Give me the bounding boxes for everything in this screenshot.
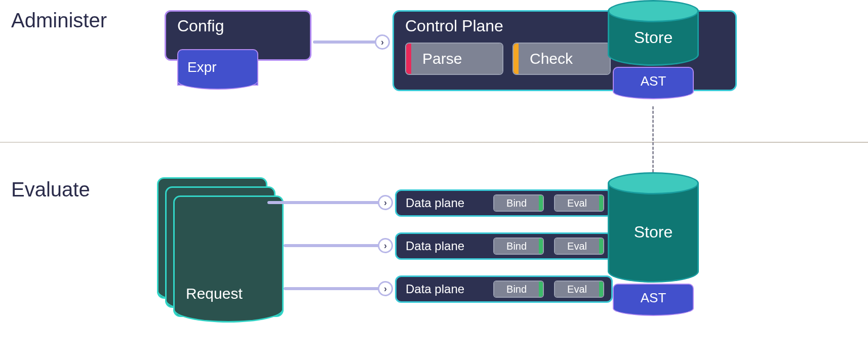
eval-label-2: Eval: [555, 239, 599, 254]
data-plane-title-3: Data plane: [406, 282, 464, 296]
config-box: Config Expr: [165, 10, 311, 61]
config-title: Config: [177, 17, 224, 35]
connector-req-dp-2: [284, 244, 385, 247]
ast-label-top: AST: [641, 73, 666, 89]
bind-label-3: Bind: [494, 282, 539, 297]
data-plane-title-1: Data plane: [406, 196, 464, 210]
eval-pill-1: Eval: [554, 194, 604, 212]
bind-stripe-3: [539, 282, 543, 297]
eval-stripe-2: [599, 239, 603, 254]
bind-pill-2: Bind: [493, 237, 544, 255]
cylinder-body-bottom: Store: [608, 183, 699, 283]
data-plane-row-2: Data plane Bind Eval: [395, 232, 613, 260]
bind-pill-1: Bind: [493, 194, 544, 212]
ast-label-bottom: AST: [641, 290, 666, 306]
cylinder-top-ellipse: [608, 0, 699, 22]
connector-config-to-control: [313, 41, 384, 44]
arrow-circle-icon-2: ›: [378, 238, 393, 253]
arrow-circle-icon-1: ›: [378, 195, 393, 210]
data-plane-title-2: Data plane: [406, 239, 464, 253]
expr-tab: Expr: [177, 49, 258, 86]
request-label: Request: [186, 285, 243, 302]
expr-label: Expr: [187, 59, 217, 75]
data-plane-row-3: Data plane Bind Eval: [395, 275, 613, 303]
arrow-circle-icon: ›: [375, 34, 390, 50]
ast-tab-bottom: AST: [613, 284, 694, 312]
ast-tab-top: AST: [613, 67, 694, 95]
store-label-bottom: Store: [634, 223, 673, 242]
parse-label: Parse: [411, 44, 502, 74]
bind-stripe-1: [539, 195, 543, 211]
bind-label-1: Bind: [494, 195, 539, 211]
data-plane-row-1: Data plane Bind Eval: [395, 189, 613, 217]
bind-stripe-2: [539, 239, 543, 254]
eval-label-3: Eval: [555, 282, 599, 297]
eval-pill-3: Eval: [554, 281, 604, 298]
store-cylinder-bottom: Store AST: [608, 172, 699, 304]
parse-stripe: [406, 44, 411, 74]
check-label: Check: [519, 44, 610, 74]
dashed-connector: [652, 106, 654, 172]
section-divider: [0, 142, 868, 143]
eval-stripe-1: [599, 195, 603, 211]
connector-req-dp-3: [284, 287, 385, 290]
parse-stage: Parse: [405, 43, 503, 75]
store-cylinder-top: Store AST: [608, 0, 699, 86]
eval-label-1: Eval: [555, 195, 599, 211]
request-card-front: Request: [173, 195, 284, 317]
connector-req-dp-1: [267, 201, 385, 204]
eval-pill-2: Eval: [554, 237, 604, 255]
arrow-circle-icon-3: ›: [378, 281, 393, 296]
store-label-top: Store: [634, 28, 673, 47]
bind-label-2: Bind: [494, 239, 539, 254]
check-stage: Check: [512, 43, 611, 75]
check-stripe: [514, 44, 519, 74]
cylinder-top-ellipse-bottom: [608, 172, 699, 194]
eval-stripe-3: [599, 282, 603, 297]
section-administer-label: Administer: [11, 9, 107, 32]
section-evaluate-label: Evaluate: [11, 178, 90, 201]
bind-pill-3: Bind: [493, 281, 544, 298]
